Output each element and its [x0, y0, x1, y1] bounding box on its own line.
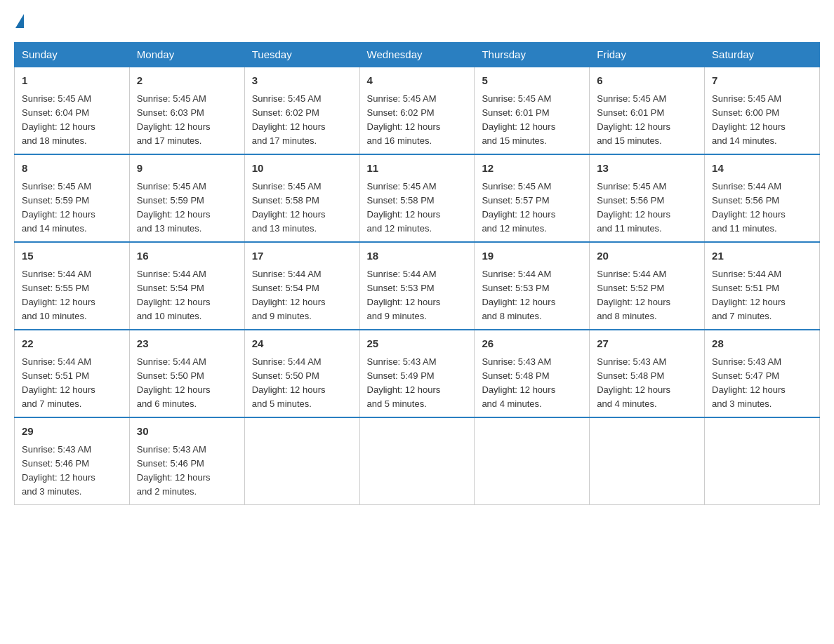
day-number: 27: [597, 336, 697, 352]
calendar-cell: 9Sunrise: 5:45 AMSunset: 5:59 PMDaylight…: [129, 154, 244, 242]
day-number: 7: [712, 73, 812, 89]
calendar-cell: [590, 417, 705, 505]
day-number: 26: [482, 336, 582, 352]
day-number: 28: [712, 336, 812, 352]
day-number: 15: [22, 248, 122, 264]
day-info: Sunrise: 5:43 AMSunset: 5:48 PMDaylight:…: [482, 355, 582, 412]
calendar-week-3: 15Sunrise: 5:44 AMSunset: 5:55 PMDayligh…: [15, 242, 820, 330]
calendar-cell: 27Sunrise: 5:43 AMSunset: 5:48 PMDayligh…: [590, 330, 705, 417]
calendar-week-4: 22Sunrise: 5:44 AMSunset: 5:51 PMDayligh…: [15, 330, 820, 417]
day-number: 13: [597, 161, 697, 177]
day-number: 12: [482, 161, 582, 177]
calendar-cell: 6Sunrise: 5:45 AMSunset: 6:01 PMDaylight…: [590, 67, 705, 154]
day-info: Sunrise: 5:43 AMSunset: 5:46 PMDaylight:…: [22, 443, 122, 499]
day-number: 29: [22, 424, 122, 440]
day-number: 18: [367, 248, 468, 264]
calendar-cell: 3Sunrise: 5:45 AMSunset: 6:02 PMDaylight…: [244, 67, 359, 154]
header-day-friday: Friday: [590, 43, 705, 67]
day-info: Sunrise: 5:45 AMSunset: 6:01 PMDaylight:…: [482, 92, 582, 149]
header-day-tuesday: Tuesday: [244, 43, 359, 67]
calendar-cell: 26Sunrise: 5:43 AMSunset: 5:48 PMDayligh…: [475, 330, 590, 417]
day-info: Sunrise: 5:45 AMSunset: 6:04 PMDaylight:…: [22, 92, 122, 149]
day-info: Sunrise: 5:44 AMSunset: 5:54 PMDaylight:…: [137, 267, 237, 324]
calendar-cell: 12Sunrise: 5:45 AMSunset: 5:57 PMDayligh…: [475, 154, 590, 242]
calendar-cell: 25Sunrise: 5:43 AMSunset: 5:49 PMDayligh…: [359, 330, 475, 417]
calendar-cell: 19Sunrise: 5:44 AMSunset: 5:53 PMDayligh…: [475, 242, 590, 330]
day-info: Sunrise: 5:45 AMSunset: 6:03 PMDaylight:…: [137, 92, 237, 149]
calendar-cell: 30Sunrise: 5:43 AMSunset: 5:46 PMDayligh…: [129, 417, 244, 505]
calendar-cell: 11Sunrise: 5:45 AMSunset: 5:58 PMDayligh…: [359, 154, 475, 242]
day-number: 16: [137, 248, 237, 264]
day-info: Sunrise: 5:45 AMSunset: 5:59 PMDaylight:…: [22, 180, 122, 236]
day-number: 24: [252, 336, 352, 352]
calendar-cell: 21Sunrise: 5:44 AMSunset: 5:51 PMDayligh…: [705, 242, 820, 330]
day-number: 19: [482, 248, 582, 264]
day-info: Sunrise: 5:44 AMSunset: 5:50 PMDaylight:…: [252, 355, 352, 412]
calendar-cell: 15Sunrise: 5:44 AMSunset: 5:55 PMDayligh…: [15, 242, 130, 330]
logo: [14, 14, 24, 28]
calendar-cell: 4Sunrise: 5:45 AMSunset: 6:02 PMDaylight…: [359, 67, 475, 154]
header-day-sunday: Sunday: [15, 43, 130, 67]
logo-triangle-icon: [15, 14, 24, 28]
day-number: 23: [137, 336, 237, 352]
calendar-cell: 22Sunrise: 5:44 AMSunset: 5:51 PMDayligh…: [15, 330, 130, 417]
day-info: Sunrise: 5:43 AMSunset: 5:48 PMDaylight:…: [597, 355, 697, 412]
calendar-cell: 5Sunrise: 5:45 AMSunset: 6:01 PMDaylight…: [475, 67, 590, 154]
day-number: 11: [367, 161, 468, 177]
day-number: 4: [367, 73, 468, 89]
day-number: 6: [597, 73, 697, 89]
calendar-body: 1Sunrise: 5:45 AMSunset: 6:04 PMDaylight…: [15, 67, 820, 505]
day-info: Sunrise: 5:45 AMSunset: 5:56 PMDaylight:…: [597, 180, 697, 236]
day-info: Sunrise: 5:44 AMSunset: 5:51 PMDaylight:…: [22, 355, 122, 412]
day-number: 14: [712, 161, 812, 177]
calendar-cell: [475, 417, 590, 505]
calendar-cell: 18Sunrise: 5:44 AMSunset: 5:53 PMDayligh…: [359, 242, 475, 330]
calendar-week-1: 1Sunrise: 5:45 AMSunset: 6:04 PMDaylight…: [15, 67, 820, 154]
day-info: Sunrise: 5:43 AMSunset: 5:46 PMDaylight:…: [137, 443, 237, 499]
calendar-cell: 29Sunrise: 5:43 AMSunset: 5:46 PMDayligh…: [15, 417, 130, 505]
day-number: 17: [252, 248, 352, 264]
calendar-cell: 17Sunrise: 5:44 AMSunset: 5:54 PMDayligh…: [244, 242, 359, 330]
day-number: 21: [712, 248, 812, 264]
day-info: Sunrise: 5:44 AMSunset: 5:53 PMDaylight:…: [367, 267, 468, 324]
day-number: 2: [137, 73, 237, 89]
calendar-week-5: 29Sunrise: 5:43 AMSunset: 5:46 PMDayligh…: [15, 417, 820, 505]
calendar-cell: 24Sunrise: 5:44 AMSunset: 5:50 PMDayligh…: [244, 330, 359, 417]
header-row: SundayMondayTuesdayWednesdayThursdayFrid…: [15, 43, 820, 67]
day-number: 5: [482, 73, 582, 89]
day-info: Sunrise: 5:44 AMSunset: 5:52 PMDaylight:…: [597, 267, 697, 324]
day-number: 30: [137, 424, 237, 440]
day-number: 3: [252, 73, 352, 89]
day-info: Sunrise: 5:45 AMSunset: 6:00 PMDaylight:…: [712, 92, 812, 149]
day-info: Sunrise: 5:45 AMSunset: 5:58 PMDaylight:…: [367, 180, 468, 236]
calendar-cell: 13Sunrise: 5:45 AMSunset: 5:56 PMDayligh…: [590, 154, 705, 242]
page-header: [14, 14, 820, 28]
day-number: 25: [367, 336, 468, 352]
day-info: Sunrise: 5:45 AMSunset: 5:57 PMDaylight:…: [482, 180, 582, 236]
calendar-cell: 16Sunrise: 5:44 AMSunset: 5:54 PMDayligh…: [129, 242, 244, 330]
calendar-cell: [359, 417, 475, 505]
calendar-header: SundayMondayTuesdayWednesdayThursdayFrid…: [15, 43, 820, 67]
header-day-monday: Monday: [129, 43, 244, 67]
header-day-thursday: Thursday: [475, 43, 590, 67]
day-info: Sunrise: 5:45 AMSunset: 6:02 PMDaylight:…: [367, 92, 468, 149]
calendar-cell: 8Sunrise: 5:45 AMSunset: 5:59 PMDaylight…: [15, 154, 130, 242]
calendar-cell: 28Sunrise: 5:43 AMSunset: 5:47 PMDayligh…: [705, 330, 820, 417]
calendar-cell: 2Sunrise: 5:45 AMSunset: 6:03 PMDaylight…: [129, 67, 244, 154]
day-info: Sunrise: 5:45 AMSunset: 6:02 PMDaylight:…: [252, 92, 352, 149]
day-number: 9: [137, 161, 237, 177]
day-info: Sunrise: 5:44 AMSunset: 5:50 PMDaylight:…: [137, 355, 237, 412]
calendar-cell: 10Sunrise: 5:45 AMSunset: 5:58 PMDayligh…: [244, 154, 359, 242]
day-info: Sunrise: 5:45 AMSunset: 5:59 PMDaylight:…: [137, 180, 237, 236]
day-number: 22: [22, 336, 122, 352]
calendar-cell: 7Sunrise: 5:45 AMSunset: 6:00 PMDaylight…: [705, 67, 820, 154]
day-info: Sunrise: 5:43 AMSunset: 5:49 PMDaylight:…: [367, 355, 468, 412]
calendar-cell: [705, 417, 820, 505]
day-info: Sunrise: 5:45 AMSunset: 5:58 PMDaylight:…: [252, 180, 352, 236]
day-info: Sunrise: 5:44 AMSunset: 5:51 PMDaylight:…: [712, 267, 812, 324]
day-info: Sunrise: 5:45 AMSunset: 6:01 PMDaylight:…: [597, 92, 697, 149]
calendar-cell: [244, 417, 359, 505]
day-info: Sunrise: 5:44 AMSunset: 5:54 PMDaylight:…: [252, 267, 352, 324]
header-day-wednesday: Wednesday: [359, 43, 475, 67]
day-number: 1: [22, 73, 122, 89]
